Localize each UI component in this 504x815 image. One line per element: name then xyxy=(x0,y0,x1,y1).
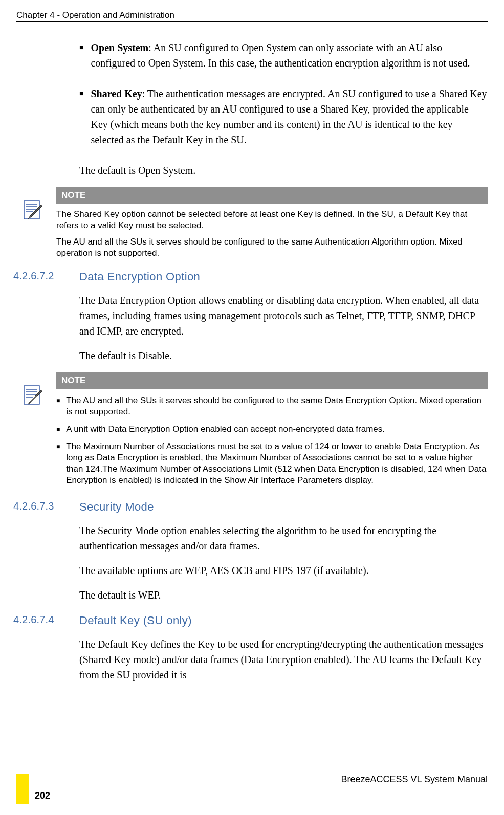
bullet-text: Shared Key: The authentication messages … xyxy=(91,86,488,147)
note-label: NOTE xyxy=(56,187,488,204)
section-title: Data Encryption Option xyxy=(79,270,488,283)
note-bullet: ■ The Maximum Number of Associations mus… xyxy=(56,441,488,486)
footer-rule xyxy=(79,769,488,769)
section-body: The Default Key defines the Key to be us… xyxy=(79,636,488,682)
note-bullet: ■ A unit with Data Encryption Option ena… xyxy=(56,424,488,435)
section-body: The default is WEP. xyxy=(79,587,488,603)
section-body: The Data Encryption Option allows enabli… xyxy=(79,293,488,339)
note-block-2: NOTE ■ The AU and all the SUs it serves … xyxy=(21,372,488,486)
bullet-open-system: ■ Open System: An SU configured to Open … xyxy=(79,40,488,71)
note-bullet-text: The Maximum Number of Associations must … xyxy=(66,441,488,486)
default-open-system: The default is Open System. xyxy=(79,163,488,178)
square-bullet-icon: ■ xyxy=(79,40,83,71)
section-body: The available options are WEP, AES OCB a… xyxy=(79,563,488,578)
header-rule xyxy=(16,21,488,22)
square-bullet-icon: ■ xyxy=(56,441,60,486)
note-block-1: NOTE The Shared Key option cannot be sel… xyxy=(21,187,488,259)
section-number: 4.2.6.7.2 xyxy=(13,270,75,282)
section-default-key: 4.2.6.7.4 Default Key (SU only) xyxy=(0,614,504,627)
note-text: The AU and all the SUs it serves should … xyxy=(56,236,488,259)
note-text: The Shared Key option cannot be selected… xyxy=(56,209,488,231)
section-number: 4.2.6.7.3 xyxy=(13,500,75,512)
section-body: The Security Mode option enables selecti… xyxy=(79,523,488,554)
bullet-body: : The authentication messages are encryp… xyxy=(91,88,487,145)
note-bullet-text: A unit with Data Encryption Option enabl… xyxy=(66,424,385,435)
note-icon xyxy=(21,372,46,486)
square-bullet-icon: ■ xyxy=(56,395,60,417)
note-bullet-text: The AU and all the SUs it serves should … xyxy=(66,395,488,417)
square-bullet-icon: ■ xyxy=(79,86,83,147)
note-label: NOTE xyxy=(56,372,488,389)
section-data-encryption: 4.2.6.7.2 Data Encryption Option xyxy=(0,270,504,283)
section-body: The default is Disable. xyxy=(79,348,488,363)
note-icon xyxy=(21,187,46,259)
page-footer: BreezeACCESS VL System Manual 202 xyxy=(0,759,504,815)
section-security-mode: 4.2.6.7.3 Security Mode xyxy=(0,500,504,514)
yellow-tab xyxy=(16,774,29,804)
manual-title: BreezeACCESS VL System Manual xyxy=(341,774,488,785)
page-number: 202 xyxy=(35,790,50,801)
section-title: Security Mode xyxy=(79,500,488,514)
chapter-header: Chapter 4 - Operation and Administration xyxy=(16,10,488,20)
note-bullet: ■ The AU and all the SUs it serves shoul… xyxy=(56,395,488,417)
bullet-text: Open System: An SU configured to Open Sy… xyxy=(91,40,488,71)
bullet-title: Shared Key xyxy=(91,88,142,99)
section-number: 4.2.6.7.4 xyxy=(13,614,75,626)
bullet-title: Open System xyxy=(91,42,148,53)
square-bullet-icon: ■ xyxy=(56,424,60,435)
section-title: Default Key (SU only) xyxy=(79,614,488,627)
bullet-shared-key: ■ Shared Key: The authentication message… xyxy=(79,86,488,147)
